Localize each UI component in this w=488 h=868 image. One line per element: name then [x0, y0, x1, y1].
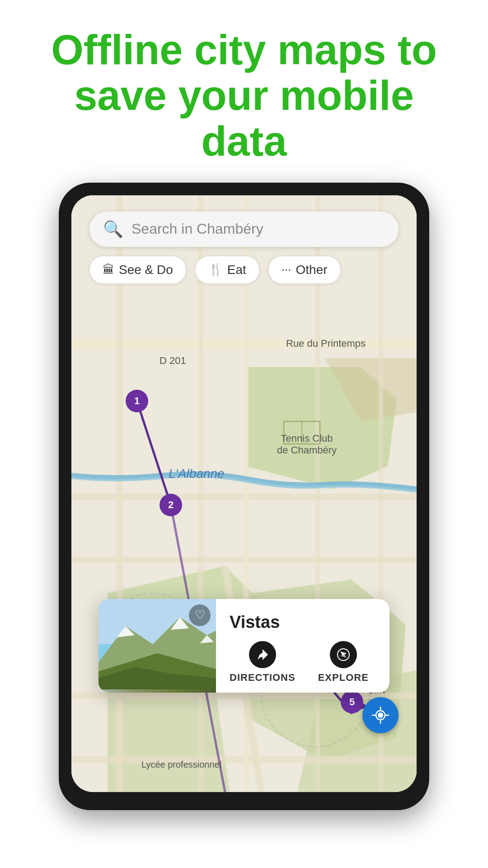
- chip-other[interactable]: ··· Other: [268, 256, 341, 284]
- popup-title: Vistas: [230, 613, 376, 632]
- popup-image: ♡: [99, 599, 216, 693]
- popup-content: ♡ Vistas DIRECTION: [99, 599, 389, 693]
- marker-2: 2: [160, 494, 182, 516]
- chip-other-label: Other: [296, 263, 328, 277]
- chip-see-do[interactable]: 🏛 See & Do: [89, 256, 186, 284]
- filter-chips-container: 🏛 See & Do 🍴 Eat ··· Other: [89, 256, 341, 284]
- other-icon: ···: [282, 263, 291, 277]
- svg-rect-13: [117, 195, 123, 792]
- headline-text: Offline city maps to save your mobile da…: [27, 27, 461, 165]
- phone-screen: D 201 Rue du Printemps L'Albanne Tennis …: [71, 195, 417, 792]
- favorite-button[interactable]: ♡: [189, 604, 211, 626]
- explore-icon: [330, 641, 357, 668]
- map-label-albanne: L'Albanne: [169, 467, 225, 481]
- popup-actions: DIRECTIONS: [230, 641, 376, 684]
- eat-icon: 🍴: [208, 263, 223, 277]
- directions-label: DIRECTIONS: [230, 672, 296, 684]
- explore-action[interactable]: EXPLORE: [318, 641, 369, 684]
- marker-5: 5: [341, 691, 363, 713]
- svg-rect-16: [315, 195, 320, 792]
- chip-see-do-label: See & Do: [119, 263, 173, 277]
- search-bar[interactable]: 🔍 Search in Chambéry: [89, 212, 399, 247]
- chip-eat-label: Eat: [227, 263, 246, 277]
- explore-label: EXPLORE: [318, 672, 369, 684]
- chip-eat[interactable]: 🍴 Eat: [195, 256, 259, 284]
- svg-rect-14: [198, 195, 203, 792]
- svg-point-35: [378, 712, 383, 718]
- gps-button[interactable]: [362, 697, 399, 733]
- map-label-lycee: Lycée professionnel: [141, 760, 221, 770]
- marker-1: 1: [126, 390, 148, 412]
- headline-section: Offline city maps to save your mobile da…: [0, 0, 488, 183]
- popup-card: ♡ Vistas DIRECTION: [99, 599, 389, 693]
- svg-marker-5: [108, 693, 230, 792]
- search-icon: 🔍: [103, 220, 123, 239]
- map-label-d201: D 201: [160, 355, 186, 367]
- map-label-tennis: Tennis Clubde Chambéry: [277, 433, 337, 456]
- directions-action[interactable]: DIRECTIONS: [230, 641, 296, 684]
- see-do-icon: 🏛: [103, 263, 114, 277]
- search-placeholder: Search in Chambéry: [131, 221, 263, 237]
- map-label-rue: Rue du Printemps: [286, 338, 366, 349]
- map-area: D 201 Rue du Printemps L'Albanne Tennis …: [71, 195, 417, 792]
- directions-icon: [249, 641, 276, 668]
- popup-info: Vistas DIRECTIONS: [216, 599, 389, 693]
- phone-frame: D 201 Rue du Printemps L'Albanne Tennis …: [59, 183, 429, 810]
